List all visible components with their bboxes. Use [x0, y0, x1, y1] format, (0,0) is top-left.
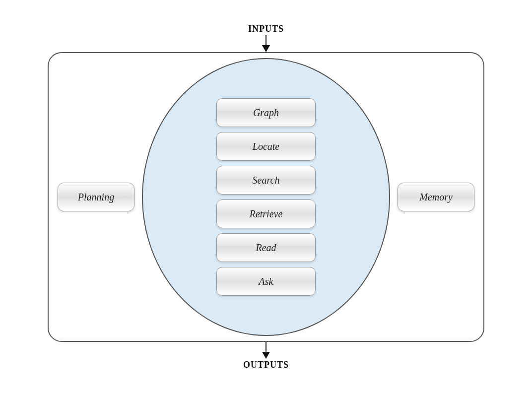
outer-box: Planning Graph Locate Search Retrieve Re…: [48, 52, 484, 342]
locate-label: Locate: [253, 141, 279, 152]
retrieve-box: Retrieve: [216, 199, 316, 228]
diagram-wrapper: INPUTS Planning Graph Locate Search: [28, 18, 504, 376]
planning-label: Planning: [78, 192, 114, 203]
ask-box: Ask: [216, 267, 316, 296]
read-box: Read: [216, 233, 316, 262]
search-label: Search: [253, 175, 280, 186]
memory-box: Memory: [398, 183, 474, 211]
outputs-label: OUTPUTS: [243, 360, 289, 370]
ask-label: Ask: [259, 276, 273, 287]
read-label: Read: [256, 242, 276, 254]
retrieve-label: Retrieve: [250, 208, 283, 220]
outer-box-content: Planning Graph Locate Search Retrieve Re…: [49, 53, 483, 341]
search-box: Search: [216, 166, 316, 195]
inputs-label: INPUTS: [248, 24, 284, 34]
memory-label: Memory: [419, 192, 453, 203]
planning-box: Planning: [58, 183, 134, 211]
outputs-arrow-line: [266, 342, 266, 352]
locate-box: Locate: [216, 132, 316, 161]
graph-label: Graph: [253, 107, 279, 119]
graph-box: Graph: [216, 98, 316, 127]
inputs-arrow-line: [266, 35, 266, 45]
outputs-arrow-head: [262, 352, 270, 359]
inputs-arrow-head: [262, 45, 270, 52]
action-stack: Graph Locate Search Retrieve Read Ask: [216, 98, 316, 296]
